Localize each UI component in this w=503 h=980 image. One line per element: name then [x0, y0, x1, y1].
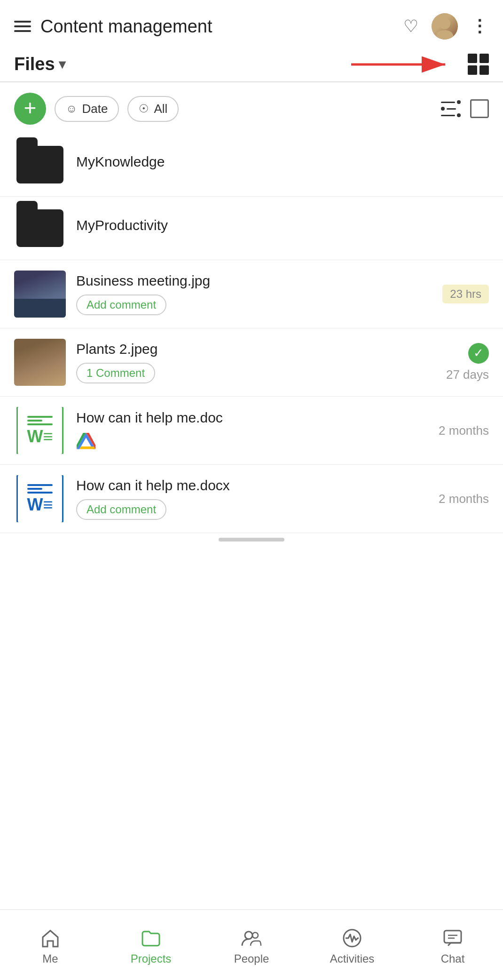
home-icon — [40, 928, 61, 948]
file-thumbnail: W≡ — [14, 475, 66, 522]
nav-label-activities: Activities — [330, 952, 375, 965]
file-name: Plants 2.jpeg — [76, 341, 422, 357]
file-meta: 23 hrs — [432, 285, 489, 303]
files-bar: Files ▾ — [0, 49, 503, 81]
approved-icon: ✓ — [468, 343, 489, 364]
filter-sliders-icon[interactable] — [441, 100, 461, 117]
file-info: Business meeting.jpg Add comment — [76, 273, 422, 315]
avatar[interactable] — [432, 13, 458, 40]
nav-label-chat: Chat — [441, 952, 465, 965]
filter-bar: + ☺ Date ☉ All — [0, 82, 503, 133]
nav-item-chat[interactable]: Chat — [402, 920, 503, 970]
person-icon: ☺ — [66, 102, 78, 115]
nav-item-projects[interactable]: Projects — [101, 920, 201, 970]
svg-marker-6 — [79, 446, 95, 449]
time-label: 2 months — [439, 492, 489, 506]
file-name: Business meeting.jpg — [76, 273, 422, 289]
scroll-bar — [219, 538, 284, 542]
select-all-checkbox[interactable] — [470, 99, 489, 118]
list-item[interactable]: MyKnowledge — [0, 133, 503, 197]
nav-item-people[interactable]: People — [201, 920, 302, 970]
svg-point-0 — [439, 18, 450, 29]
bell-icon[interactable]: ♡ — [403, 16, 418, 36]
file-name: How can it help me.doc — [76, 410, 422, 426]
header-icons: ♡ ⋮ — [403, 13, 489, 40]
header: Content management ♡ ⋮ — [0, 0, 503, 49]
list-item[interactable]: Business meeting.jpg Add comment 23 hrs — [0, 260, 503, 328]
view-controls — [441, 99, 489, 118]
add-comment-button[interactable]: Add comment — [76, 499, 166, 520]
files-label[interactable]: Files ▾ — [14, 54, 65, 74]
red-arrow-indicator — [65, 55, 455, 74]
list-item[interactable]: W≡ How can it help me.docx Add comment 2… — [0, 465, 503, 533]
time-label: 27 days — [446, 367, 489, 382]
menu-icon[interactable] — [14, 21, 31, 32]
file-thumbnail — [14, 271, 66, 318]
comment-count-button[interactable]: 1 Comment — [76, 363, 155, 383]
time-label: 2 months — [439, 423, 489, 438]
list-item[interactable]: Plants 2.jpeg 1 Comment ✓ 27 days — [0, 328, 503, 397]
folder-thumbnail — [14, 143, 66, 186]
file-meta: 2 months — [432, 492, 489, 506]
file-thumbnail: W≡ — [14, 407, 66, 454]
files-title: Files — [14, 54, 55, 74]
nav-item-activities[interactable]: Activities — [302, 920, 402, 970]
file-info: How can it help me.doc — [76, 410, 422, 452]
file-meta: ✓ 27 days — [432, 343, 489, 382]
nav-label-projects: Projects — [131, 952, 172, 965]
file-info: How can it help me.docx Add comment — [76, 478, 422, 520]
folder-icon — [16, 146, 63, 183]
file-thumbnail — [14, 339, 66, 386]
file-info: MyProductivity — [76, 217, 489, 239]
all-filter-pill[interactable]: ☉ All — [127, 96, 179, 122]
word-doc-blue-icon: W≡ — [16, 475, 63, 522]
people-icon — [241, 928, 262, 948]
bottom-nav: Me Projects People Activities Chat — [0, 909, 503, 980]
more-options-icon[interactable]: ⋮ — [471, 16, 489, 36]
list-item[interactable]: W≡ How can it help me.doc 2 months — [0, 397, 503, 465]
activities-icon — [342, 928, 362, 948]
add-button[interactable]: + — [14, 93, 46, 125]
svg-point-11 — [252, 932, 258, 938]
google-drive-icon — [76, 431, 96, 451]
file-list: MyKnowledge MyProductivity Business meet… — [0, 133, 503, 533]
folder-icon — [16, 209, 63, 247]
files-dropdown-arrow[interactable]: ▾ — [59, 56, 65, 72]
folder-active-icon — [141, 928, 161, 948]
file-name: MyKnowledge — [76, 154, 489, 170]
all-filter-label: All — [154, 102, 167, 116]
time-badge: 23 hrs — [442, 285, 489, 303]
nav-item-me[interactable]: Me — [0, 920, 101, 970]
date-filter-pill[interactable]: ☺ Date — [55, 96, 119, 122]
add-comment-button[interactable]: Add comment — [76, 295, 166, 315]
grid-view-icon[interactable] — [468, 54, 489, 75]
eye-icon: ☉ — [139, 102, 149, 115]
file-info: Plants 2.jpeg 1 Comment — [76, 341, 422, 383]
folder-thumbnail — [14, 207, 66, 249]
svg-point-10 — [245, 932, 252, 939]
file-name: MyProductivity — [76, 217, 489, 233]
file-meta: 2 months — [432, 423, 489, 438]
scroll-indicator — [0, 533, 503, 546]
file-name: How can it help me.docx — [76, 478, 422, 494]
file-info: MyKnowledge — [76, 154, 489, 175]
list-item[interactable]: MyProductivity — [0, 197, 503, 260]
page-title: Content management — [40, 16, 403, 37]
chat-icon — [442, 928, 463, 948]
word-doc-green-icon: W≡ — [16, 407, 63, 454]
nav-label-people: People — [234, 952, 269, 965]
svg-rect-13 — [444, 931, 461, 943]
add-icon: + — [24, 97, 37, 119]
date-filter-label: Date — [82, 102, 108, 116]
nav-label-me: Me — [42, 952, 58, 965]
svg-point-1 — [436, 30, 453, 40]
